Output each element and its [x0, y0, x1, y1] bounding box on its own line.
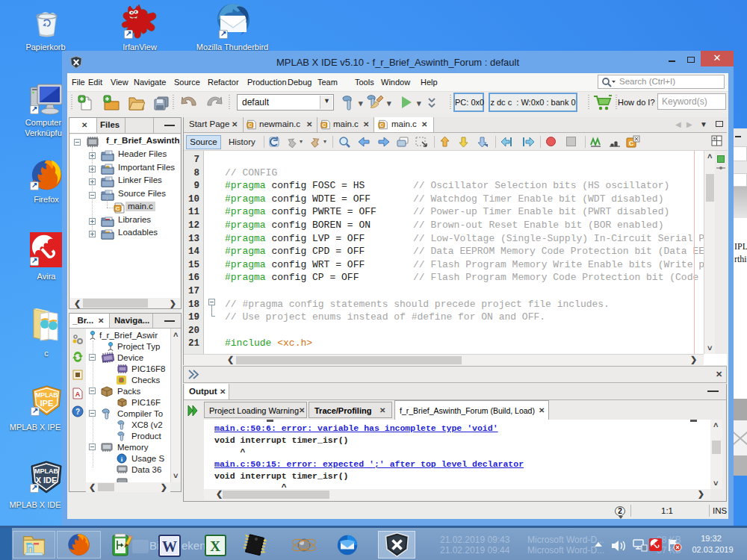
- svg-text:?: ?: [75, 408, 80, 416]
- svg-text:MPLAB: MPLAB: [36, 391, 58, 399]
- svg-text:C: C: [248, 122, 252, 128]
- svg-text:W: W: [162, 538, 177, 555]
- svg-text:C: C: [116, 205, 120, 212]
- svg-text:X IDE: X IDE: [36, 476, 58, 485]
- svg-text:IPE: IPE: [40, 399, 54, 408]
- svg-text:A: A: [75, 391, 81, 398]
- svg-text:C: C: [322, 122, 326, 128]
- svg-text:X: X: [210, 538, 220, 554]
- svg-text:C: C: [379, 122, 383, 128]
- svg-text:MPLAB: MPLAB: [34, 467, 58, 475]
